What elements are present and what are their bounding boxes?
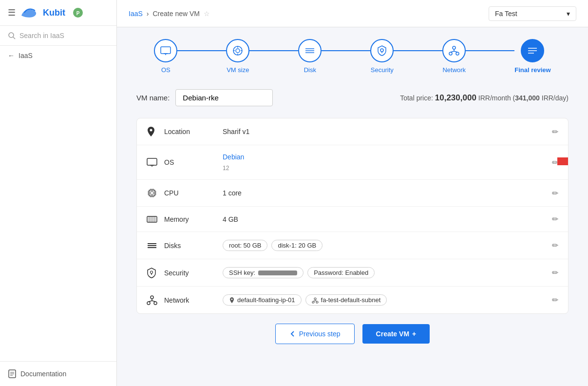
sidebar-documentation[interactable]: Documentation xyxy=(0,361,116,386)
sidebar-nav-label: IaaS xyxy=(19,52,33,59)
cpu-value: 1 core xyxy=(223,189,552,197)
cpu-edit-icon[interactable]: ✏ xyxy=(552,189,558,198)
map-pin-icon xyxy=(229,297,235,304)
logo-bird-icon xyxy=(20,6,38,19)
disks-edit-icon[interactable]: ✏ xyxy=(552,241,558,250)
vm-name-input[interactable] xyxy=(175,89,273,106)
vm-header: VM name: Total price: 10,230,000 IRR/mon… xyxy=(136,89,569,106)
price-main: 10,230,000 xyxy=(435,93,476,102)
svg-line-61 xyxy=(152,301,155,302)
topbar: IaaS › Create new VM ☆ Fa Test ▾ xyxy=(117,0,588,27)
svg-rect-37 xyxy=(151,192,153,194)
svg-point-64 xyxy=(312,301,314,303)
security-icon xyxy=(147,268,164,278)
network-value: default-floating-ip-01 fa-test-default-s… xyxy=(223,294,552,306)
detail-row-security: Security SSH key: Password: Enabled ✏ xyxy=(137,259,568,287)
sidebar-item-iaas[interactable]: ← IaaS xyxy=(0,46,116,65)
cpu-icon xyxy=(147,188,164,198)
network-icon xyxy=(147,295,164,306)
step-network[interactable]: Network xyxy=(442,39,466,74)
os-label: OS xyxy=(164,158,223,166)
svg-point-54 xyxy=(151,271,153,273)
hamburger-icon[interactable]: ☰ xyxy=(8,7,16,18)
workspace-selector[interactable]: Fa Test ▾ xyxy=(489,6,576,21)
main-content: IaaS › Create new VM ☆ Fa Test ▾ O xyxy=(117,0,588,386)
network-label: Network xyxy=(164,296,223,304)
step-line-2 xyxy=(249,50,298,51)
disks-label: Disks xyxy=(164,242,223,250)
detail-row-cpu: CPU 1 core ✏ xyxy=(137,180,568,207)
bottom-actions: Previous step Create VM + xyxy=(136,314,569,349)
svg-point-58 xyxy=(154,302,157,305)
search-icon xyxy=(8,32,16,39)
svg-line-3 xyxy=(13,37,15,39)
detail-table: Location Sharif v1 ✏ OS Debian 12 xyxy=(136,118,569,314)
location-edit-icon[interactable]: ✏ xyxy=(552,127,558,136)
vm-name-row: VM name: xyxy=(136,89,273,106)
svg-point-63 xyxy=(314,298,316,300)
os-value: Debian 12 xyxy=(223,153,552,172)
security-edit-icon[interactable]: ✏ xyxy=(552,268,558,277)
detail-row-os: OS Debian 12 ✏ xyxy=(137,145,568,180)
step-vmsize[interactable]: VM size xyxy=(226,39,249,74)
svg-point-57 xyxy=(147,302,150,305)
step-vmsize-label: VM size xyxy=(227,66,249,74)
breadcrumb-root[interactable]: IaaS xyxy=(129,10,143,18)
svg-point-23 xyxy=(449,52,452,55)
price-row: Total price: 10,230,000 IRR/month (341,0… xyxy=(400,93,569,103)
svg-line-67 xyxy=(313,301,315,301)
memory-edit-icon[interactable]: ✏ xyxy=(552,214,558,224)
svg-line-27 xyxy=(454,51,457,52)
step-os-circle xyxy=(154,39,177,62)
ip-tag: default-floating-ip-01 xyxy=(223,294,302,306)
breadcrumb: IaaS › Create new VM ☆ xyxy=(129,10,210,18)
sidebar: ☰ Kubit P Search in IaaS ← IaaS Document… xyxy=(0,0,117,386)
svg-line-68 xyxy=(315,301,317,301)
detail-row-disks: Disks root: 50 GB disk-1: 20 GB ✏ xyxy=(137,232,568,259)
step-disk[interactable]: Disk xyxy=(298,39,322,74)
step-network-circle xyxy=(442,39,466,62)
cpu-label: CPU xyxy=(164,189,223,197)
step-final-review-label: Final review xyxy=(514,66,550,74)
ssh-bar xyxy=(258,270,297,275)
step-line-5 xyxy=(466,50,514,51)
step-disk-circle xyxy=(298,39,322,62)
svg-point-2 xyxy=(9,33,14,38)
location-icon xyxy=(147,126,164,137)
svg-rect-8 xyxy=(161,47,171,54)
svg-point-65 xyxy=(316,301,318,303)
ssh-key-tag: SSH key: xyxy=(223,267,303,278)
step-line-1 xyxy=(177,50,226,51)
step-final-review[interactable]: Final review xyxy=(514,39,550,74)
svg-point-20 xyxy=(380,49,383,52)
svg-point-31 xyxy=(150,129,152,132)
back-arrow-icon: ← xyxy=(8,52,15,59)
disks-value: root: 50 GB disk-1: 20 GB xyxy=(223,240,552,251)
step-final-review-circle xyxy=(521,39,544,62)
bookmark-star-icon[interactable]: ☆ xyxy=(204,10,210,18)
create-vm-button[interactable]: Create VM + xyxy=(362,324,430,344)
breadcrumb-separator: › xyxy=(147,10,149,18)
secondary-logo-icon: P xyxy=(70,6,86,19)
sidebar-header: ☰ Kubit P xyxy=(0,0,116,26)
step-disk-label: Disk xyxy=(304,66,316,74)
search-placeholder: Search in IaaS xyxy=(19,32,64,39)
step-os[interactable]: OS xyxy=(154,39,177,74)
create-plus-icon: + xyxy=(412,330,416,338)
svg-point-62 xyxy=(231,298,233,300)
svg-line-60 xyxy=(149,301,152,302)
subnet-icon xyxy=(312,297,319,304)
step-security[interactable]: Security xyxy=(370,39,394,74)
step-os-label: OS xyxy=(161,66,171,74)
svg-line-26 xyxy=(451,51,454,52)
search-container[interactable]: Search in IaaS xyxy=(0,26,116,46)
prev-label: Previous step xyxy=(299,330,341,338)
svg-point-12 xyxy=(236,49,240,53)
chevron-left-icon xyxy=(289,330,296,337)
network-edit-icon[interactable]: ✏ xyxy=(552,295,558,305)
disk-icon xyxy=(147,241,164,250)
security-label: Security xyxy=(164,269,223,277)
detail-row-location: Location Sharif v1 ✏ xyxy=(137,118,568,145)
os-icon xyxy=(147,158,164,167)
previous-step-button[interactable]: Previous step xyxy=(275,324,355,344)
